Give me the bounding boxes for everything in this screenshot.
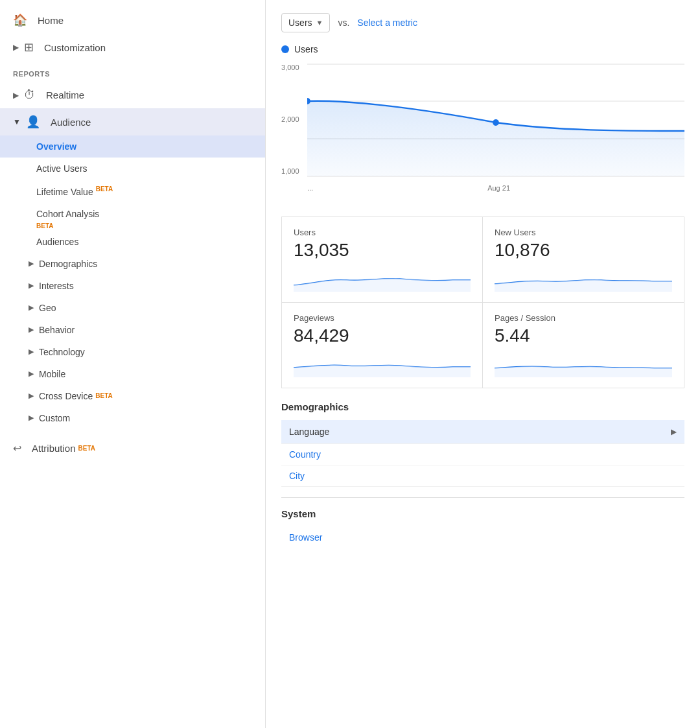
chart-container: 3,000 2,000 1,000: [281, 61, 684, 204]
stat-label-pages-session: Pages / Session: [495, 313, 672, 323]
sidebar-item-demographics[interactable]: ▶ Demographics: [0, 253, 265, 275]
main-content: Users ▼ vs. Select a metric Users 3,000 …: [266, 0, 700, 728]
stat-value-users: 13,035: [294, 240, 471, 261]
audiences-label: Audiences: [36, 237, 78, 247]
system-row-browser[interactable]: Browser: [281, 527, 684, 548]
x-label-aug21: Aug 21: [487, 184, 510, 192]
sidebar-item-audience[interactable]: ▼ 👤 Audience: [0, 108, 265, 135]
chart-x-axis: ... Aug 21: [281, 183, 684, 192]
system-section: System Browser: [281, 497, 684, 548]
sidebar-realtime-label: Realtime: [46, 89, 84, 100]
customization-icon: ⊞: [24, 40, 34, 54]
sparkline-new-users: [495, 266, 672, 292]
select-metric-link[interactable]: Select a metric: [357, 18, 417, 28]
sparkline-pageviews: [294, 351, 471, 377]
stat-value-pageviews: 84,429: [294, 325, 471, 346]
interests-label: Interests: [39, 281, 74, 291]
y-label-1000: 1,000: [281, 167, 299, 175]
vs-label: vs.: [338, 18, 349, 28]
demo-row-language[interactable]: Language ▶: [281, 420, 684, 444]
overview-label: Overview: [36, 141, 76, 152]
sidebar-item-home[interactable]: 🏠 Home: [0, 6, 265, 34]
stat-cell-pageviews: Pageviews 84,429: [282, 303, 483, 388]
chevron-right-language-icon: ▶: [671, 427, 677, 436]
lifetime-value-label: Lifetime Value: [36, 187, 93, 197]
chevron-right-icon-realtime: ▶: [13, 91, 19, 100]
mobile-label: Mobile: [39, 369, 65, 379]
chevron-right-demographics-icon: ▶: [29, 259, 34, 268]
sidebar-customization-label: Customization: [44, 42, 106, 53]
chevron-right-crossdevice-icon: ▶: [29, 392, 34, 400]
y-label-2000: 2,000: [281, 115, 299, 123]
sidebar-item-customization[interactable]: ▶ ⊞ Customization: [0, 34, 265, 61]
sidebar-item-cross-device[interactable]: ▶ Cross DeviceBETA: [0, 385, 265, 407]
demo-row-city[interactable]: City: [281, 465, 684, 487]
x-label-start: ...: [307, 184, 313, 192]
stats-grid: Users 13,035 New Users 10,876 Pagevi: [281, 217, 684, 388]
chevron-right-mobile-icon: ▶: [29, 370, 34, 378]
sparkline-pages-session: [495, 351, 672, 377]
sidebar-item-realtime[interactable]: ▶ ⏱ Realtime: [0, 82, 265, 108]
y-label-3000: 3,000: [281, 64, 299, 71]
sidebar-item-interests[interactable]: ▶ Interests: [0, 275, 265, 297]
system-section-title: System: [281, 497, 684, 522]
demographics-section: Demographics Language ▶ Country City: [281, 401, 684, 487]
cohort-analysis-label: Cohort Analysis: [36, 209, 99, 219]
active-users-label: Active Users: [36, 163, 88, 174]
stat-value-new-users: 10,876: [495, 240, 672, 261]
stat-label-pageviews: Pageviews: [294, 313, 471, 323]
chevron-right-geo-icon: ▶: [29, 303, 34, 312]
attribution-icon: ↩: [13, 442, 21, 454]
sidebar-item-behavior[interactable]: ▶ Behavior: [0, 319, 265, 341]
metric-dropdown[interactable]: Users ▼: [281, 13, 330, 32]
stat-value-pages-session: 5.44: [495, 325, 672, 346]
chevron-right-icon: ▶: [13, 43, 19, 52]
sidebar-item-custom[interactable]: ▶ Custom: [0, 407, 265, 429]
sidebar-item-cohort-analysis[interactable]: Cohort Analysis: [0, 203, 265, 225]
technology-label: Technology: [39, 347, 85, 357]
sparkline-users: [294, 266, 471, 292]
stat-label-new-users: New Users: [495, 228, 672, 237]
home-icon: 🏠: [13, 13, 27, 27]
sidebar-item-audiences[interactable]: Audiences: [0, 231, 265, 253]
legend-label: Users: [294, 44, 318, 54]
chart-legend: Users: [281, 44, 684, 54]
metric-dropdown-label: Users: [288, 18, 312, 28]
custom-label: Custom: [39, 413, 70, 423]
sidebar-audience-label: Audience: [51, 117, 91, 128]
sidebar-item-mobile[interactable]: ▶ Mobile: [0, 363, 265, 385]
sidebar: 🏠 Home ▶ ⊞ Customization REPORTS ▶ ⏱ Rea…: [0, 0, 266, 728]
demo-country-label: Country: [289, 449, 321, 460]
demographics-label: Demographics: [39, 259, 97, 269]
geo-label: Geo: [39, 303, 56, 313]
sidebar-item-geo[interactable]: ▶ Geo: [0, 297, 265, 319]
chevron-right-interests-icon: ▶: [29, 281, 34, 290]
stat-cell-pages-session: Pages / Session 5.44: [483, 303, 684, 388]
stat-cell-new-users: New Users 10,876: [483, 217, 684, 303]
sidebar-item-technology[interactable]: ▶ Technology: [0, 341, 265, 363]
chevron-right-behavior-icon: ▶: [29, 325, 34, 334]
chart-svg: [307, 61, 684, 181]
stat-cell-users: Users 13,035: [282, 217, 483, 303]
demo-city-label: City: [289, 471, 305, 481]
demographics-section-title: Demographics: [281, 401, 684, 415]
cohort-beta-badge: BETA: [0, 222, 265, 229]
sidebar-item-active-users[interactable]: Active Users: [0, 158, 265, 180]
sidebar-item-lifetime-value[interactable]: Lifetime ValueBETA: [0, 180, 265, 203]
legend-dot: [281, 45, 289, 53]
stat-label-users: Users: [294, 228, 471, 237]
metric-selector-row: Users ▼ vs. Select a metric: [281, 13, 684, 32]
reports-section-label: REPORTS: [0, 61, 265, 82]
system-browser-label: Browser: [289, 532, 322, 543]
cross-device-beta-badge: BETA: [95, 392, 112, 399]
demo-row-country[interactable]: Country: [281, 444, 684, 465]
behavior-label: Behavior: [39, 325, 75, 335]
attribution-label: Attribution: [32, 443, 76, 454]
sidebar-item-attribution[interactable]: ↩ AttributionBETA: [0, 436, 265, 461]
chart-y-axis: 3,000 2,000 1,000: [281, 61, 299, 178]
chevron-right-custom-icon: ▶: [29, 414, 34, 422]
sidebar-item-overview[interactable]: Overview: [0, 135, 265, 158]
chevron-right-technology-icon: ▶: [29, 347, 34, 356]
cross-device-label: Cross Device: [39, 391, 93, 401]
demo-language-label: Language: [289, 427, 329, 437]
